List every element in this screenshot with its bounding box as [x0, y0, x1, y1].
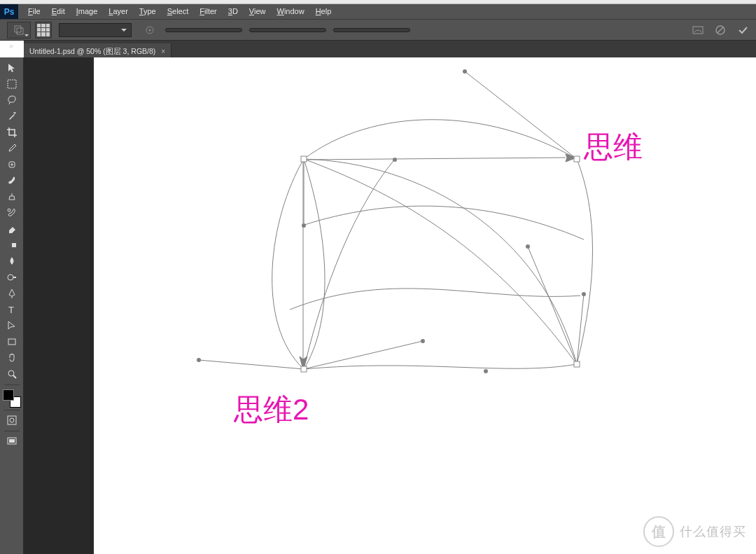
pen-tool[interactable] — [3, 286, 21, 301]
svg-point-35 — [393, 158, 397, 162]
svg-point-17 — [10, 418, 14, 422]
tool-separator — [4, 385, 20, 385]
zoom-tool[interactable] — [3, 366, 21, 382]
svg-point-40 — [421, 339, 425, 343]
hand-tool[interactable] — [3, 350, 21, 366]
magic-wand-tool[interactable] — [3, 109, 21, 124]
svg-rect-30 — [301, 156, 307, 162]
vector-shape — [94, 57, 756, 554]
cancel-transform-icon[interactable] — [711, 22, 729, 39]
svg-line-21 — [528, 247, 577, 364]
svg-rect-11 — [8, 243, 12, 247]
menu-window[interactable]: Window — [272, 4, 310, 19]
watermark-icon: 值 — [643, 516, 674, 547]
screen-mode-toggle[interactable] — [3, 434, 21, 449]
svg-rect-14 — [8, 339, 15, 345]
blur-tool[interactable] — [3, 254, 21, 269]
svg-point-39 — [484, 369, 488, 373]
annotation-2: 思维2 — [234, 390, 309, 429]
rectangle-tool[interactable] — [3, 334, 21, 349]
options-slider-1[interactable] — [165, 28, 242, 32]
rectangular-marquee-tool[interactable] — [3, 76, 21, 92]
document-title: Untitled-1.psd @ 50% (图层 3, RGB/8) — [29, 47, 155, 57]
svg-line-23 — [199, 360, 304, 369]
menu-view[interactable]: View — [244, 4, 272, 19]
svg-point-41 — [197, 358, 201, 362]
document-tab-row: Untitled-1.psd @ 50% (图层 3, RGB/8) × — [24, 41, 756, 57]
move-tool[interactable] — [3, 60, 21, 76]
tools-panel: T — [0, 57, 24, 554]
eyedropper-tool[interactable] — [3, 141, 21, 156]
history-brush-tool[interactable] — [3, 205, 21, 221]
options-mode-dropdown[interactable] — [59, 23, 132, 37]
foreground-color[interactable] — [3, 389, 14, 401]
svg-line-6 — [718, 27, 723, 33]
menu-image[interactable]: Image — [71, 4, 104, 19]
svg-text:T: T — [8, 305, 14, 315]
menu-type[interactable]: Type — [134, 4, 162, 19]
svg-point-38 — [582, 292, 586, 296]
watermark-text: 什么值得买 — [680, 523, 746, 540]
svg-rect-0 — [15, 26, 21, 32]
options-bar — [0, 19, 756, 41]
menu-edit[interactable]: Edit — [46, 4, 71, 19]
svg-rect-33 — [301, 366, 307, 372]
puppet-mesh-icon[interactable] — [35, 22, 52, 39]
svg-point-12 — [8, 275, 13, 280]
menu-bar: Ps FileEditImageLayerTypeSelectFilter3DV… — [0, 4, 756, 19]
spot-healing-tool[interactable] — [3, 157, 21, 172]
svg-line-20 — [465, 71, 577, 159]
app-logo[interactable]: Ps — [0, 4, 18, 19]
collapse-tabs-icon[interactable] — [4, 42, 18, 49]
lasso-tool[interactable] — [3, 92, 21, 108]
annotation-1: 思维 — [584, 127, 643, 167]
menu-3d[interactable]: 3D — [223, 4, 244, 19]
pin-depth-icon[interactable] — [141, 22, 158, 39]
canvas[interactable]: 思维 思维2 — [94, 57, 756, 554]
svg-rect-19 — [9, 439, 15, 443]
canvas-gutter — [24, 57, 94, 554]
svg-rect-31 — [574, 156, 580, 162]
clone-stamp-tool[interactable] — [3, 189, 21, 205]
eraser-tool[interactable] — [3, 221, 21, 237]
svg-point-34 — [463, 69, 467, 74]
svg-line-22 — [577, 294, 584, 364]
svg-point-3 — [149, 29, 151, 31]
close-tab-icon[interactable]: × — [161, 48, 165, 55]
options-slider-2[interactable] — [249, 28, 326, 32]
menu-help[interactable]: Help — [310, 4, 337, 19]
svg-rect-7 — [8, 80, 16, 88]
svg-point-37 — [526, 244, 530, 249]
svg-line-26 — [304, 158, 566, 160]
svg-point-9 — [8, 209, 10, 212]
path-selection-tool[interactable] — [3, 318, 21, 333]
menu-file[interactable]: File — [22, 4, 46, 19]
svg-point-15 — [8, 371, 14, 376]
color-swatches[interactable] — [3, 389, 21, 408]
tool-preset-picker[interactable] — [7, 22, 31, 39]
svg-point-36 — [302, 223, 306, 228]
svg-rect-1 — [17, 28, 23, 34]
tool-separator — [4, 410, 20, 410]
quick-mask-toggle[interactable] — [3, 413, 21, 428]
gradient-tool[interactable] — [3, 237, 21, 253]
watermark: 值 什么值得买 — [643, 516, 746, 547]
menu-filter[interactable]: Filter — [194, 4, 222, 19]
svg-line-24 — [304, 341, 423, 369]
crop-tool[interactable] — [3, 125, 21, 140]
remove-distortion-icon[interactable] — [689, 22, 707, 39]
type-tool[interactable]: T — [3, 302, 21, 317]
svg-rect-32 — [574, 361, 580, 367]
brush-tool[interactable] — [3, 173, 21, 188]
document-tab[interactable]: Untitled-1.psd @ 50% (图层 3, RGB/8) × — [24, 43, 172, 57]
menu-layer[interactable]: Layer — [103, 4, 134, 19]
menu-select[interactable]: Select — [162, 4, 195, 19]
svg-rect-16 — [8, 416, 16, 424]
dodge-tool[interactable] — [3, 270, 21, 285]
app-logo-text: Ps — [4, 7, 15, 17]
tool-separator — [4, 431, 20, 431]
options-slider-3[interactable] — [333, 28, 410, 32]
commit-transform-icon[interactable] — [734, 22, 752, 39]
